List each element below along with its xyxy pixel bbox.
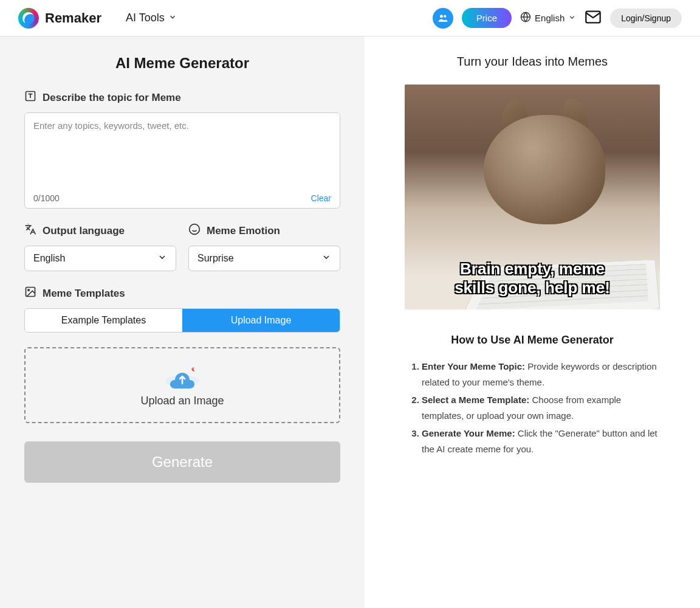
howto-step: Select a Meme Template: Choose from exam… bbox=[422, 392, 659, 423]
describe-label: Describe the topic for Meme bbox=[24, 90, 340, 105]
howto-list: Enter Your Meme Topic: Provide keywords … bbox=[394, 359, 671, 457]
logo-icon bbox=[18, 8, 39, 29]
logo[interactable]: Remaker bbox=[18, 8, 101, 29]
translate-icon bbox=[24, 223, 36, 238]
tab-upload-image[interactable]: Upload Image bbox=[182, 309, 340, 332]
community-icon[interactable] bbox=[433, 8, 453, 29]
howto-step: Enter Your Meme Topic: Provide keywords … bbox=[422, 359, 659, 390]
svg-point-0 bbox=[440, 15, 443, 18]
howto-step: Generate Your Meme: Click the "Generate"… bbox=[422, 426, 659, 457]
upload-zone[interactable]: Upload an Image bbox=[24, 347, 340, 423]
upload-label: Upload an Image bbox=[40, 395, 324, 407]
clear-button[interactable]: Clear bbox=[311, 193, 331, 203]
chevron-down-icon bbox=[157, 252, 167, 264]
char-counter: 0/1000 bbox=[33, 193, 60, 203]
main-content: AI Meme Generator Describe the topic for… bbox=[0, 36, 700, 608]
brand-name: Remaker bbox=[45, 10, 101, 26]
price-button[interactable]: Price bbox=[462, 8, 512, 28]
templates-label: Meme Templates bbox=[24, 286, 340, 301]
header-right: Price English Login/Signup bbox=[433, 8, 682, 29]
header-left: Remaker AI Tools bbox=[18, 8, 177, 29]
generate-button[interactable]: Generate bbox=[24, 441, 340, 483]
svg-point-1 bbox=[444, 15, 446, 17]
output-language-value: English bbox=[33, 253, 65, 264]
describe-textarea-wrap: 0/1000 Clear bbox=[24, 112, 340, 209]
chevron-down-icon bbox=[568, 13, 576, 23]
header: Remaker AI Tools Price English Login/Sig… bbox=[0, 0, 700, 36]
left-panel: AI Meme Generator Describe the topic for… bbox=[0, 36, 365, 608]
language-label: English bbox=[535, 13, 564, 23]
ai-tools-label: AI Tools bbox=[126, 12, 165, 24]
hero-title: Turn your Ideas into Memes bbox=[394, 55, 671, 69]
output-language-select[interactable]: English bbox=[24, 246, 176, 271]
globe-icon bbox=[520, 12, 531, 24]
chevron-down-icon bbox=[168, 12, 177, 24]
chevron-down-icon bbox=[321, 252, 331, 264]
emotion-select[interactable]: Surprise bbox=[188, 246, 340, 271]
output-language-label: Output language bbox=[24, 223, 176, 238]
svg-point-6 bbox=[190, 224, 200, 235]
cloud-upload-icon bbox=[40, 363, 324, 390]
image-icon bbox=[24, 286, 36, 301]
page-title: AI Meme Generator bbox=[24, 55, 340, 72]
mail-icon[interactable] bbox=[585, 9, 602, 28]
smile-icon bbox=[188, 223, 201, 238]
ai-tools-dropdown[interactable]: AI Tools bbox=[126, 12, 177, 24]
emotion-value: Surprise bbox=[197, 253, 234, 264]
emotion-label: Meme Emotion bbox=[188, 223, 340, 238]
language-selector[interactable]: English bbox=[520, 12, 576, 24]
svg-point-10 bbox=[28, 289, 30, 291]
howto-title: How to Use AI Meme Generator bbox=[394, 334, 671, 347]
right-panel: Turn your Ideas into Memes Brain empty, … bbox=[365, 36, 700, 608]
login-signup-button[interactable]: Login/Signup bbox=[610, 9, 682, 28]
describe-input[interactable] bbox=[25, 113, 340, 186]
meme-caption: Brain empty, memeskills gone, help me! bbox=[405, 260, 660, 297]
meme-preview-image: Brain empty, memeskills gone, help me! bbox=[405, 85, 660, 309]
textarea-footer: 0/1000 Clear bbox=[25, 188, 340, 208]
text-box-icon bbox=[24, 90, 36, 105]
template-tabs: Example Templates Upload Image bbox=[24, 308, 340, 333]
tab-example-templates[interactable]: Example Templates bbox=[25, 309, 182, 332]
